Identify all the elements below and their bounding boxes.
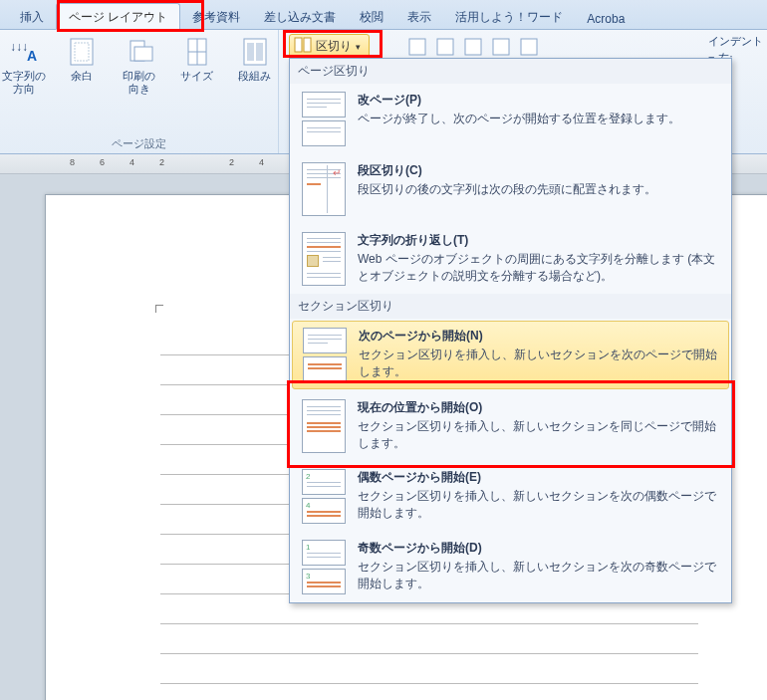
item-odd-page[interactable]: 1 3 奇数ページから開始(D) セクション区切りを挿入し、新しいセクションを次… bbox=[290, 532, 731, 602]
margins-icon bbox=[66, 36, 98, 68]
columns-button[interactable]: 段組み bbox=[229, 34, 281, 85]
section-page-breaks: ページ区切り bbox=[290, 59, 731, 84]
size-label: サイズ bbox=[180, 70, 213, 83]
orientation-label: 印刷の 向き bbox=[123, 70, 155, 96]
tab-references[interactable]: 参考資料 bbox=[180, 4, 252, 29]
svg-rect-10 bbox=[247, 43, 254, 61]
column-break-icon: ↵ bbox=[302, 162, 346, 216]
odd-page-icon: 1 3 bbox=[302, 540, 346, 594]
chevron-down-icon: ▾ bbox=[356, 42, 361, 52]
item-next-page[interactable]: 次のページから開始(N) セクション区切りを挿入し、新しいセクションを次のページ… bbox=[292, 321, 729, 389]
tab-view[interactable]: 表示 bbox=[395, 4, 443, 29]
item-page-break[interactable]: 改ページ(P) ページが終了し、次のページが開始する位置を登録します。 bbox=[290, 84, 731, 154]
even-page-icon: 2 4 bbox=[302, 469, 346, 524]
item-text-wrap[interactable]: 文字列の折り返し(T) Web ページのオブジェクトの周囲にある文字列を分離しま… bbox=[290, 224, 731, 294]
margins-button[interactable]: 余白 bbox=[56, 34, 108, 85]
page-break-icon bbox=[302, 92, 346, 146]
tab-mailings[interactable]: 差し込み文書 bbox=[252, 4, 348, 29]
watermark-button[interactable] bbox=[404, 36, 430, 58]
ruler-tick: 4 bbox=[259, 157, 264, 167]
page-borders-button[interactable] bbox=[460, 36, 486, 58]
continuous-icon bbox=[302, 399, 346, 453]
svg-rect-13 bbox=[304, 38, 311, 52]
breaks-dropdown: ページ区切り 改ページ(P) ページが終了し、次のページが開始する位置を登録しま… bbox=[289, 58, 732, 603]
even-page-desc: セクション区切りを挿入し、新しいセクションを次の偶数ページで開始します。 bbox=[358, 488, 719, 523]
column-break-desc: 段区切りの後の文字列は次の段の先頭に配置されます。 bbox=[358, 181, 719, 198]
continuous-title: 現在の位置から開始(O) bbox=[358, 399, 719, 416]
text-direction-icon: ↓↓↓A bbox=[8, 36, 40, 68]
orientation-button[interactable]: 印刷の 向き bbox=[114, 34, 165, 98]
breaks-label: 区切り bbox=[316, 38, 352, 55]
size-icon bbox=[181, 36, 213, 68]
item-column-break[interactable]: ↵ 段区切り(C) 段区切りの後の文字列は次の段の先頭に配置されます。 bbox=[290, 154, 731, 224]
columns-label: 段組み bbox=[238, 70, 271, 83]
columns-icon bbox=[239, 36, 271, 68]
ruler-tick: 4 bbox=[129, 157, 134, 167]
effects-button[interactable] bbox=[516, 36, 542, 58]
next-page-desc: セクション区切りを挿入し、新しいセクションを次のページで開始します。 bbox=[359, 347, 718, 381]
text-direction-button[interactable]: ↓↓↓A 文字列の 方向 bbox=[0, 34, 50, 98]
ruler-tick: 8 bbox=[70, 157, 75, 167]
page-color-button[interactable] bbox=[432, 36, 458, 58]
item-continuous[interactable]: 現在の位置から開始(O) セクション区切りを挿入し、新しいセクションを同じページ… bbox=[290, 391, 731, 461]
tab-insert[interactable]: 挿入 bbox=[8, 4, 56, 29]
tab-bar: 挿入 ページ レイアウト 参考資料 差し込み文書 校閲 表示 活用しよう！ワード… bbox=[0, 0, 767, 30]
tab-extra[interactable]: 活用しよう！ワード bbox=[443, 4, 575, 29]
continuous-desc: セクション区切りを挿入し、新しいセクションを同じページで開始します。 bbox=[358, 418, 719, 453]
breaks-button[interactable]: 区切り ▾ bbox=[289, 34, 370, 59]
ruler-tick: 2 bbox=[159, 157, 164, 167]
orientation-icon bbox=[124, 36, 155, 68]
text-direction-label: 文字列の 方向 bbox=[2, 70, 46, 96]
even-page-title: 偶数ページから開始(E) bbox=[358, 469, 719, 486]
svg-rect-12 bbox=[295, 38, 302, 52]
svg-rect-16 bbox=[465, 39, 481, 55]
svg-text:↓↓↓: ↓↓↓ bbox=[10, 40, 28, 54]
svg-rect-5 bbox=[134, 47, 152, 61]
svg-rect-15 bbox=[437, 39, 453, 55]
next-page-icon bbox=[303, 328, 347, 382]
item-even-page[interactable]: 2 4 偶数ページから開始(E) セクション区切りを挿入し、新しいセクションを次… bbox=[290, 461, 731, 532]
odd-page-title: 奇数ページから開始(D) bbox=[358, 540, 719, 557]
tab-review[interactable]: 校閲 bbox=[348, 4, 395, 29]
group-page-setup-label: ページ設定 bbox=[0, 136, 278, 151]
breaks-icon bbox=[294, 37, 312, 56]
odd-page-desc: セクション区切りを挿入し、新しいセクションを次の奇数ページで開始します。 bbox=[358, 559, 719, 593]
tab-acrobat[interactable]: Acroba bbox=[575, 7, 637, 29]
svg-rect-11 bbox=[256, 43, 263, 61]
ruler-tick: 2 bbox=[229, 157, 234, 167]
section-section-breaks: セクション区切り bbox=[290, 294, 731, 319]
next-page-title: 次のページから開始(N) bbox=[359, 328, 718, 345]
text-wrap-desc: Web ページのオブジェクトの周囲にある文字列を分離します (本文とオブジェクト… bbox=[358, 251, 719, 286]
column-break-title: 段区切り(C) bbox=[358, 162, 719, 179]
margins-label: 余白 bbox=[71, 70, 93, 83]
svg-rect-14 bbox=[409, 39, 425, 55]
size-button[interactable]: サイズ bbox=[171, 34, 223, 85]
ribbon: ↓↓↓A 文字列の 方向 余白 印刷の 向き サイズ bbox=[0, 30, 767, 154]
page-break-desc: ページが終了し、次のページが開始する位置を登録します。 bbox=[358, 111, 719, 127]
indent-label: インデント bbox=[708, 34, 763, 49]
tab-page-layout[interactable]: ページ レイアウト bbox=[56, 3, 180, 30]
text-wrap-title: 文字列の折り返し(T) bbox=[358, 232, 719, 249]
page-break-title: 改ページ(P) bbox=[358, 92, 719, 109]
svg-text:A: A bbox=[27, 48, 37, 64]
svg-rect-18 bbox=[521, 39, 537, 55]
text-wrap-icon bbox=[302, 232, 346, 286]
svg-rect-17 bbox=[493, 39, 509, 55]
ruler-tick: 6 bbox=[100, 157, 105, 167]
themes-button[interactable] bbox=[488, 36, 514, 58]
